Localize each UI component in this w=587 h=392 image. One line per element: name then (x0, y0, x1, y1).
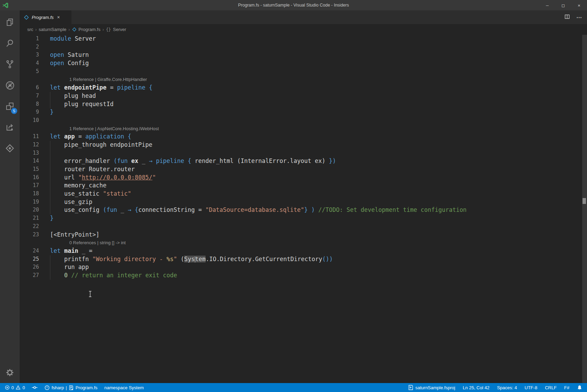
scrollbar[interactable] (582, 35, 587, 383)
code-line[interactable]: 17 memory_cache (20, 182, 587, 190)
code-line[interactable]: 20 use_config (fun _ → {connectionString… (20, 206, 587, 214)
codelens[interactable]: 0 References | string [] -> int (20, 239, 587, 247)
more-actions-icon[interactable]: ⋯ (576, 14, 582, 21)
code-line[interactable]: 3open Saturn (20, 51, 587, 59)
line-number[interactable]: 20 (20, 206, 39, 214)
line-content[interactable]: use_config (fun _ → {connectionString = … (50, 206, 467, 214)
line-number[interactable]: 3 (20, 51, 39, 59)
line-number[interactable]: 1 (20, 35, 39, 43)
language-mode-status[interactable]: F# (564, 385, 569, 390)
code-line[interactable]: 14 error_handler (fun ex _ → pipeline { … (20, 157, 587, 165)
line-content[interactable]: use_gzip (50, 198, 92, 206)
line-content[interactable]: open Saturn (50, 51, 89, 59)
line-content[interactable]: [<EntryPoint>] (50, 231, 99, 239)
code-line[interactable]: 4open Config (20, 59, 587, 68)
project-status[interactable]: saturnSample.fsproj (408, 385, 455, 390)
line-number[interactable]: 15 (20, 165, 39, 174)
codelens[interactable]: 1 Reference | Giraffe.Core.HttpHandler (20, 75, 587, 84)
share-icon[interactable] (0, 117, 20, 138)
code-line[interactable]: 8 plug requestId (20, 100, 587, 109)
line-content[interactable]: } (50, 108, 53, 116)
code-line[interactable]: 9} (20, 108, 587, 116)
code-line[interactable]: 6let endpointPipe = pipeline { (20, 84, 587, 92)
code-line[interactable]: 1module Server (20, 35, 587, 43)
code-line[interactable]: 7 plug head (20, 92, 587, 100)
code-line[interactable]: 26 run app (20, 263, 587, 271)
line-content[interactable]: 0 // return an integer exit code (50, 271, 177, 280)
line-number[interactable]: 17 (20, 182, 39, 190)
code-line[interactable]: 5 (20, 68, 587, 76)
fsharp-ionide-icon[interactable] (0, 138, 20, 159)
settings-gear-icon[interactable] (0, 362, 20, 383)
line-content[interactable]: let endpointPipe = pipeline { (50, 84, 152, 92)
code-line[interactable]: 13 (20, 149, 587, 157)
code-editor[interactable]: 1module Server23open Saturn4open Config5… (20, 35, 587, 383)
line-content[interactable]: } (50, 214, 53, 223)
line-content[interactable]: pipe_through endpointPipe (50, 141, 152, 149)
git-commit-status[interactable] (32, 385, 38, 390)
code-line[interactable]: 27 0 // return an integer exit code (20, 271, 587, 280)
line-number[interactable]: 23 (20, 231, 39, 239)
line-content[interactable]: url "http://0.0.0.0:8085/" (50, 174, 156, 182)
line-content[interactable]: run app (50, 263, 89, 271)
code-line[interactable]: 10 (20, 116, 587, 125)
line-number[interactable]: 16 (20, 174, 39, 182)
line-number[interactable]: 2 (20, 43, 39, 51)
explorer-icon[interactable] (0, 12, 20, 33)
source-control-icon[interactable] (0, 54, 20, 75)
code-line[interactable]: 2 (20, 43, 587, 51)
close-button[interactable]: × (571, 0, 587, 10)
line-content[interactable]: module Server (50, 35, 96, 43)
line-content[interactable]: let app = application { (50, 133, 131, 141)
line-content[interactable]: router Router.router (50, 165, 135, 174)
line-content[interactable]: memory_cache (50, 182, 107, 190)
breadcrumb-src[interactable]: src (27, 27, 33, 32)
code-line[interactable]: 16 url "http://0.0.0.0:8085/" (20, 174, 587, 182)
codelens[interactable]: 1 Reference | AspNetCore.Hosting.IWebHos… (20, 125, 587, 133)
indentation-status[interactable]: Spaces: 4 (497, 385, 517, 390)
encoding-status[interactable]: UTF-8 (525, 385, 537, 390)
codelens-text[interactable]: 0 References | string [] -> int (69, 239, 126, 247)
code-line[interactable]: 21} (20, 214, 587, 223)
code-line[interactable]: 22 (20, 223, 587, 231)
code-line[interactable]: 18 use_static "static" (20, 190, 587, 198)
cursor-position-status[interactable]: Ln 25, Col 42 (463, 385, 489, 390)
fsharp-language-status[interactable]: fsharp | Program.fs (44, 385, 97, 390)
line-number[interactable]: 13 (20, 149, 39, 157)
tab-program-fs[interactable]: Program.fs × (20, 10, 71, 24)
code-line[interactable]: 15 router Router.router (20, 165, 587, 174)
line-number[interactable]: 14 (20, 157, 39, 165)
line-number[interactable]: 10 (20, 116, 39, 125)
code-line[interactable]: 12 pipe_through endpointPipe (20, 141, 587, 149)
line-number[interactable]: 8 (20, 100, 39, 109)
breadcrumb-file[interactable]: Program.fs (79, 27, 101, 32)
breadcrumb-symbol[interactable]: Server (113, 27, 126, 32)
search-icon[interactable] (0, 33, 20, 54)
line-number[interactable]: 12 (20, 141, 39, 149)
line-content[interactable]: open Config (50, 59, 89, 68)
debug-icon[interactable] (0, 75, 20, 96)
code-line[interactable]: 24let main _ = (20, 247, 587, 255)
line-number[interactable]: 11 (20, 133, 39, 141)
code-line[interactable]: 11let app = application { (20, 133, 587, 141)
line-number[interactable]: 26 (20, 263, 39, 271)
line-number[interactable]: 27 (20, 271, 39, 280)
tab-close-icon[interactable]: × (57, 14, 61, 20)
line-number[interactable]: 4 (20, 59, 39, 68)
line-number[interactable]: 7 (20, 92, 39, 100)
namespace-status[interactable]: namespace System (105, 385, 144, 390)
code-line[interactable]: 19 use_gzip (20, 198, 587, 206)
code-line[interactable]: 23[<EntryPoint>] (20, 231, 587, 239)
extensions-icon[interactable]: 5 (0, 96, 20, 117)
line-content[interactable]: error_handler (fun ex _ → pipeline { ren… (50, 157, 336, 165)
line-number[interactable]: 19 (20, 198, 39, 206)
line-number[interactable]: 25 (20, 255, 39, 264)
line-content[interactable]: printfn "Working directory - %s" (System… (50, 255, 333, 264)
line-content[interactable]: plug head (50, 92, 96, 100)
notifications-bell-icon[interactable] (577, 385, 582, 390)
maximize-button[interactable]: □ (555, 0, 571, 10)
problems-status[interactable]: 0 0 (5, 385, 25, 390)
line-content[interactable]: plug requestId (50, 100, 113, 109)
line-content[interactable]: use_static "static" (50, 190, 131, 198)
codelens-text[interactable]: 1 Reference | AspNetCore.Hosting.IWebHos… (69, 125, 159, 133)
